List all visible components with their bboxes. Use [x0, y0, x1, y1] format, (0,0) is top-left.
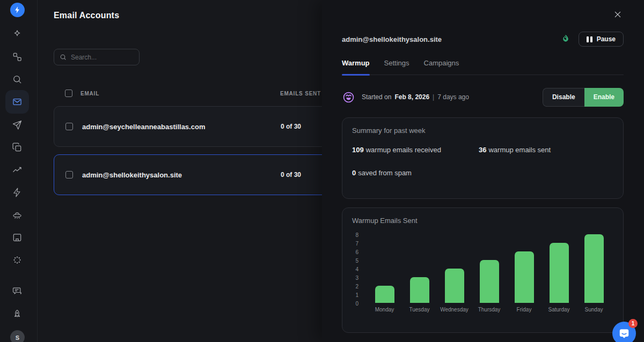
chart-bar-saturday — [550, 243, 569, 303]
enable-button[interactable]: Enable — [584, 88, 624, 107]
chart-bar-tuesday — [410, 277, 429, 303]
dots-circle-icon[interactable] — [12, 255, 23, 265]
chat-widget-button[interactable]: 1 — [612, 322, 636, 342]
account-email: admin@shellokeithysalon.site — [342, 35, 442, 43]
warmup-emails-chart: 876543210 MondayTuesdayWednesdayThursday… — [352, 232, 611, 308]
row-checkbox[interactable] — [65, 171, 73, 179]
chart-bar-thursday — [480, 260, 499, 303]
smiley-icon — [342, 91, 355, 104]
chart-card: Warmup Emails Sent 876543210 MondayTuesd… — [342, 207, 624, 333]
chart-bar-column: Friday — [507, 234, 541, 303]
warmup-toggle-group: Disable Enable — [543, 88, 624, 107]
summary-card: Summary for past week 109warmup emails r… — [342, 117, 624, 199]
chart-bar-column: Saturday — [541, 234, 576, 303]
chart-bar-sunday — [584, 234, 604, 303]
chart-x-label: Friday — [517, 307, 532, 313]
user-avatar[interactable]: S — [10, 330, 25, 342]
row-checkbox[interactable] — [65, 123, 73, 130]
chart-bar-friday — [515, 251, 534, 303]
chart-x-label: Wednesday — [440, 307, 469, 313]
sidebar: S — [0, 0, 38, 342]
pause-button-label: Pause — [597, 35, 616, 43]
table-header: EMAIL EMAILS SENT — [54, 89, 355, 98]
drawer-tabs: Warmup Settings Campaigns — [342, 56, 624, 75]
inbox-icon[interactable] — [12, 232, 23, 243]
rocket-icon[interactable] — [12, 309, 23, 319]
tab-warmup[interactable]: Warmup — [342, 56, 370, 75]
search-box — [54, 49, 140, 65]
search-input[interactable] — [71, 54, 134, 61]
chart-title: Warmup Emails Sent — [352, 217, 611, 225]
app-window: S Email Accounts EMAIL EMAILS SENT admin… — [0, 0, 644, 342]
chart-y-tick: 2 — [352, 282, 358, 291]
select-all-checkbox[interactable] — [65, 90, 72, 97]
stat-saved-from-spam: 0saved from spam — [352, 169, 479, 177]
page-title: Email Accounts — [54, 11, 119, 20]
chart-y-tick: 0 — [352, 300, 358, 308]
tab-campaigns[interactable]: Campaigns — [424, 56, 459, 75]
warmup-start-date: Feb 8, 2026 — [394, 93, 429, 101]
pause-icon — [587, 36, 592, 42]
chat-badge: 1 — [628, 319, 638, 328]
chart-y-tick: 1 — [352, 291, 358, 300]
chart-bar-column: Tuesday — [402, 234, 437, 303]
workflow-icon[interactable] — [12, 51, 23, 62]
chat-widget-icon — [618, 328, 630, 339]
tab-settings[interactable]: Settings — [384, 56, 409, 75]
row-email: admin@seychelleanneabastillas.com — [82, 123, 205, 131]
copy-icon[interactable] — [12, 142, 23, 153]
summary-title: Summary for past week — [352, 127, 613, 135]
chart-y-tick: 6 — [352, 248, 358, 257]
lightning-icon[interactable] — [12, 187, 23, 198]
chart-y-tick: 3 — [352, 274, 358, 282]
table-row-account-1[interactable]: admin@seychelleanneabastillas.com 0 of 3… — [54, 106, 355, 147]
search-icon — [60, 54, 67, 61]
account-detail-drawer: admin@shellokeithysalon.site Pause Warmu… — [322, 0, 644, 342]
active-tab-underline — [342, 74, 370, 76]
chart-x-label: Tuesday — [409, 307, 430, 313]
warmup-started-ago: 7 days ago — [437, 93, 469, 101]
chart-x-label: Saturday — [548, 307, 569, 313]
sparkle-icon[interactable] — [12, 29, 23, 40]
chart-bar-column: Thursday — [472, 234, 507, 303]
chart-bar-column: Wednesday — [437, 234, 472, 303]
ufo-icon[interactable] — [12, 210, 23, 220]
close-icon[interactable] — [613, 10, 623, 20]
chart-bar-column: Monday — [367, 234, 402, 303]
chart-plot: MondayTuesdayWednesdayThursdayFridaySatu… — [367, 234, 611, 303]
chart-y-tick: 7 — [352, 240, 358, 248]
chart-bar-wednesday — [445, 269, 464, 303]
flame-icon — [560, 34, 571, 44]
app-logo-bolt-icon[interactable] — [10, 3, 25, 17]
chart-y-tick: 5 — [352, 257, 358, 265]
chart-x-label: Monday — [375, 307, 394, 313]
analytics-icon[interactable] — [12, 165, 23, 175]
stat-emails-sent: 36warmup emails sent — [479, 146, 613, 154]
chart-y-tick: 8 — [352, 231, 358, 240]
warmup-status-row: Started on Feb 8, 2026 | 7 days ago Disa… — [342, 87, 624, 107]
column-header-emails-sent: EMAILS SENT — [280, 91, 321, 96]
row-emails-sent: 0 of 30 — [281, 171, 301, 179]
warmup-started-text: Started on Feb 8, 2026 | 7 days ago — [362, 93, 469, 101]
sidebar-item-email-accounts[interactable] — [5, 90, 29, 114]
chart-x-label: Sunday — [585, 307, 603, 313]
chart-y-axis: 876543210 — [352, 231, 358, 308]
search-nav-icon[interactable] — [12, 74, 23, 85]
column-header-email: EMAIL — [80, 91, 99, 96]
table-row-account-2-selected[interactable]: admin@shellokeithysalon.site 0 of 30 — [54, 154, 355, 195]
disable-button[interactable]: Disable — [543, 88, 584, 107]
drawer-header: admin@shellokeithysalon.site Pause — [342, 31, 624, 47]
chart-bar-monday — [375, 286, 394, 303]
chart-bar-column: Sunday — [576, 234, 611, 303]
row-emails-sent: 0 of 30 — [281, 123, 301, 130]
row-email: admin@shellokeithysalon.site — [82, 171, 182, 179]
pause-button[interactable]: Pause — [579, 32, 624, 47]
chart-x-label: Thursday — [478, 307, 501, 313]
chart-y-tick: 4 — [352, 265, 358, 274]
summary-stats: 109warmup emails received 36warmup email… — [352, 146, 613, 177]
stat-emails-received: 109warmup emails received — [352, 146, 479, 154]
chat-bubble-icon[interactable] — [12, 286, 23, 296]
send-icon[interactable] — [12, 120, 23, 130]
